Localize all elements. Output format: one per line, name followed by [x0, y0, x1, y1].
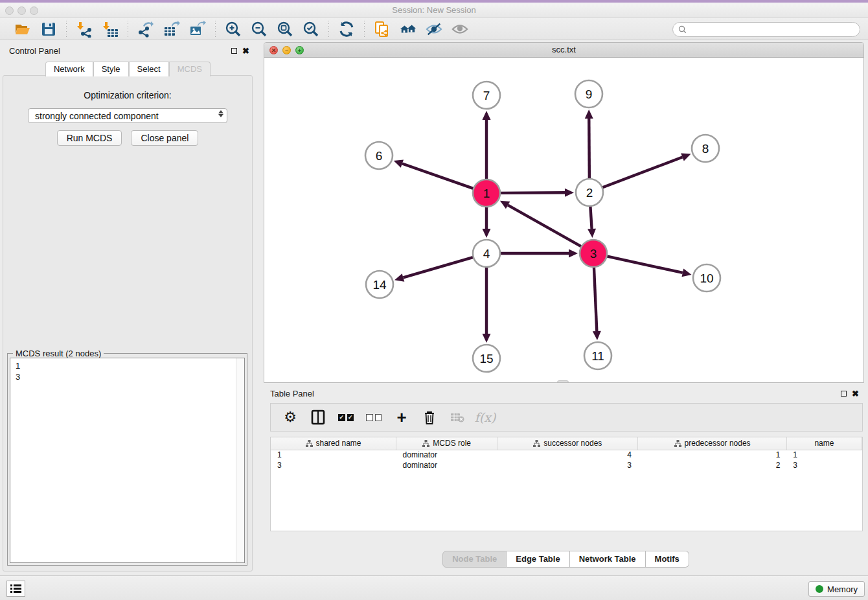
close-panel-button[interactable]: Close panel	[131, 130, 198, 146]
select-spinner-icon	[218, 110, 223, 117]
memory-status-icon	[816, 585, 823, 593]
table-cell[interactable]: dominator	[396, 450, 497, 460]
app-titlebar: Session: New Session	[0, 0, 868, 18]
graph-edge-arrowhead	[585, 110, 593, 119]
graph-edge-arrowhead	[681, 269, 691, 277]
graph-node-label-7: 7	[483, 89, 490, 102]
graph-node-label-8: 8	[702, 142, 709, 156]
table-cell[interactable]: 1	[638, 450, 787, 460]
control-panel: Control Panel ✖ NetworkStyleSelectMCDS O…	[0, 41, 256, 575]
control-panel-title: Control Panel	[9, 46, 60, 56]
memory-button[interactable]: Memory	[808, 581, 865, 597]
import-network-icon[interactable]	[76, 21, 93, 38]
column-header-successor-nodes[interactable]: successor nodes	[497, 437, 638, 450]
node-table: shared nameMCDS rolesuccessor nodesprede…	[270, 437, 863, 531]
zoom-in-icon[interactable]	[225, 21, 242, 38]
selected-option-label: strongly connected component	[35, 111, 159, 121]
graph-node-label-1: 1	[483, 187, 490, 200]
graph-edge-3-1[interactable]	[508, 205, 582, 247]
graph-edge-4-14[interactable]	[403, 257, 473, 278]
network-canvas[interactable]: 7968124314101511	[264, 58, 863, 382]
delete-column-icon[interactable]	[422, 410, 437, 425]
table-cell[interactable]: 2	[638, 460, 787, 470]
control-tab-network[interactable]: Network	[45, 62, 93, 76]
table-cell[interactable]: 3	[497, 460, 638, 470]
graph-edge-3-10[interactable]	[607, 256, 683, 272]
deselect-all-columns-icon[interactable]	[366, 410, 382, 425]
graph-edge-3-11[interactable]	[594, 267, 597, 331]
close-table-panel-icon[interactable]: ✖	[852, 391, 859, 397]
copy-network-icon[interactable]	[374, 21, 391, 38]
control-panel-tabs: NetworkStyleSelectMCDS	[0, 62, 256, 76]
graph-edge-arrowhead	[593, 331, 601, 340]
memory-label: Memory	[827, 584, 858, 594]
float-table-panel-icon[interactable]	[841, 391, 847, 397]
list-icon	[10, 584, 21, 594]
export-table-icon[interactable]	[163, 21, 180, 38]
save-session-icon[interactable]	[40, 21, 57, 38]
graph-node-label-11: 11	[591, 349, 604, 363]
zoom-fit-icon[interactable]	[277, 21, 293, 38]
table-cell[interactable]: 3	[786, 460, 862, 470]
show-all-networks-icon[interactable]	[400, 21, 417, 38]
graph-edge-2-3[interactable]	[590, 206, 591, 229]
network-window-titlebar[interactable]: ✕ – + scc.txt	[264, 43, 863, 58]
column-header-MCDS-role[interactable]: MCDS role	[396, 437, 497, 450]
table-header-row[interactable]: shared nameMCDS rolesuccessor nodesprede…	[271, 437, 862, 450]
table-cell[interactable]: 1	[271, 450, 396, 460]
column-header-shared-name[interactable]: shared name	[271, 437, 396, 450]
column-label: successor nodes	[543, 439, 602, 448]
graph-edge-arrowhead	[565, 189, 574, 197]
control-tab-select[interactable]: Select	[129, 62, 169, 76]
mcds-result-textarea[interactable]: 1 3	[10, 358, 245, 563]
import-table-icon[interactable]	[102, 21, 119, 38]
graph-edge-1-6[interactable]	[402, 164, 474, 189]
table-cell[interactable]: dominator	[396, 460, 497, 470]
float-panel-icon[interactable]	[231, 48, 237, 54]
create-column-icon[interactable]: +	[394, 410, 409, 425]
result-scrollbar[interactable]	[236, 358, 244, 562]
table-row[interactable]: 3dominator323	[271, 460, 862, 470]
canvas-bottom-handle[interactable]	[557, 380, 569, 382]
column-header-predecessor-nodes[interactable]: predecessor nodes	[638, 437, 787, 450]
table-settings-gear-icon[interactable]: ⚙	[282, 410, 298, 425]
column-header-name[interactable]: name	[786, 437, 862, 450]
show-columns-icon[interactable]	[310, 410, 326, 425]
sort-tree-icon	[306, 440, 313, 447]
table-row[interactable]: 1dominator411	[271, 450, 862, 460]
sort-tree-icon	[674, 440, 681, 447]
optimization-criterion-select[interactable]: strongly connected component	[28, 108, 227, 123]
graph-node-label-6: 6	[376, 149, 383, 163]
graph-edge-2-9[interactable]	[589, 119, 589, 179]
table-tab-motifs[interactable]: Motifs	[646, 551, 689, 568]
table-cell[interactable]: 4	[497, 450, 638, 460]
export-network-icon[interactable]	[137, 21, 154, 38]
table-tab-edge-table[interactable]: Edge Table	[507, 551, 569, 568]
task-history-button[interactable]	[6, 581, 25, 597]
zoom-out-icon[interactable]	[251, 21, 268, 38]
refresh-layout-icon[interactable]	[338, 21, 355, 38]
open-file-icon[interactable]	[14, 21, 31, 38]
table-cell[interactable]: 3	[271, 460, 396, 470]
export-image-icon[interactable]	[189, 21, 206, 38]
status-bar: Memory	[0, 575, 868, 600]
graph-edge-2-8[interactable]	[602, 157, 683, 187]
close-panel-icon[interactable]: ✖	[242, 48, 249, 54]
run-mcds-button[interactable]: Run MCDS	[57, 130, 122, 146]
table-tab-network-table[interactable]: Network Table	[570, 551, 646, 568]
sort-tree-icon	[422, 440, 429, 447]
graph-edge-arrowhead	[569, 249, 578, 258]
control-tab-mcds[interactable]: MCDS	[169, 62, 211, 76]
control-tab-style[interactable]: Style	[93, 62, 129, 76]
show-eye-icon[interactable]	[451, 21, 468, 38]
table-cell[interactable]: 1	[786, 450, 862, 460]
search-input[interactable]	[672, 22, 860, 37]
graph-edge-arrowhead	[588, 229, 596, 238]
graph-edge-1-2[interactable]	[500, 192, 565, 193]
hide-eye-icon[interactable]	[426, 21, 442, 38]
network-window-title: scc.txt	[264, 45, 863, 54]
zoom-selected-icon[interactable]	[303, 21, 319, 38]
table-tab-node-table[interactable]: Node Table	[442, 551, 507, 568]
network-graph[interactable]: 7968124314101511	[264, 58, 863, 382]
select-all-columns-icon[interactable]: ✓✓	[338, 410, 354, 425]
